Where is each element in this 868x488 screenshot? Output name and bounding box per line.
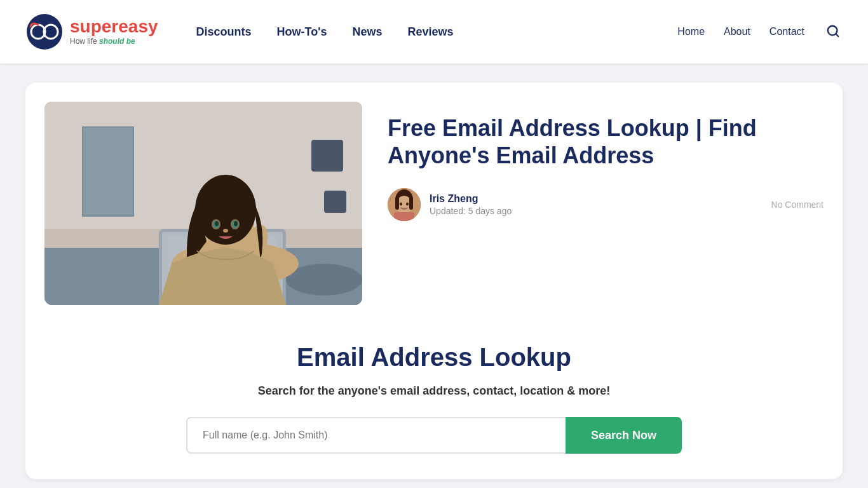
svg-point-28 [234, 221, 238, 226]
svg-rect-7 [83, 127, 133, 216]
svg-point-27 [215, 221, 219, 226]
site-header: supereasy How life should be Discounts H… [0, 0, 868, 64]
nav-home[interactable]: Home [677, 26, 705, 37]
svg-point-29 [223, 229, 228, 233]
nav-howtos[interactable]: How-To's [277, 25, 327, 39]
search-icon [826, 24, 840, 38]
logo-brand-super: super [70, 17, 118, 36]
svg-point-36 [400, 203, 402, 206]
lookup-form: Search Now [186, 417, 682, 454]
author-details: Iris Zheng Updated: 5 days ago [430, 193, 512, 216]
logo-text: supereasy How life should be [70, 18, 158, 46]
main-content: Free Email Address Lookup | Find Anyone'… [0, 64, 868, 488]
svg-rect-33 [395, 197, 399, 210]
svg-line-4 [836, 34, 838, 36]
svg-point-37 [406, 203, 409, 206]
svg-rect-9 [311, 140, 343, 172]
article-header: Free Email Address Lookup | Find Anyone'… [44, 102, 824, 305]
article-title: Free Email Address Lookup | Find Anyone'… [388, 114, 824, 169]
nav-news[interactable]: News [353, 25, 383, 39]
logo-brand-easy: easy [118, 17, 158, 36]
author-info: Iris Zheng Updated: 5 days ago [388, 188, 512, 221]
article-info: Free Email Address Lookup | Find Anyone'… [388, 102, 824, 221]
logo-icon [25, 13, 64, 51]
author-avatar-image [388, 188, 421, 221]
no-comment: No Comment [771, 200, 824, 210]
svg-rect-35 [394, 212, 414, 221]
article-card: Free Email Address Lookup | Find Anyone'… [25, 83, 843, 479]
nav-reviews[interactable]: Reviews [408, 25, 454, 39]
svg-rect-10 [324, 191, 346, 213]
author-avatar [388, 188, 421, 221]
nav-discounts[interactable]: Discounts [196, 25, 252, 39]
article-hero-image [44, 102, 362, 305]
author-name: Iris Zheng [430, 193, 512, 205]
lookup-title: Email Address Lookup [44, 343, 824, 372]
main-nav: Discounts How-To's News Reviews [196, 25, 678, 39]
right-nav: Home About Contact [677, 22, 843, 43]
lookup-section: Email Address Lookup Search for the anyo… [44, 330, 824, 460]
svg-rect-34 [409, 197, 413, 210]
logo-link[interactable]: supereasy How life should be [25, 13, 158, 51]
logo-brand: supereasy [70, 18, 158, 36]
svg-point-12 [286, 264, 362, 295]
author-updated: Updated: 5 days ago [430, 206, 512, 216]
search-now-button[interactable]: Search Now [566, 417, 682, 454]
logo-tagline: How life should be [70, 37, 158, 46]
author-row: Iris Zheng Updated: 5 days ago No Commen… [388, 188, 824, 221]
search-button[interactable] [824, 22, 843, 43]
nav-contact[interactable]: Contact [770, 26, 804, 37]
article-image [44, 102, 362, 305]
lookup-description: Search for the anyone's email address, c… [44, 384, 824, 398]
lookup-name-input[interactable] [186, 417, 566, 454]
nav-about[interactable]: About [724, 26, 750, 37]
